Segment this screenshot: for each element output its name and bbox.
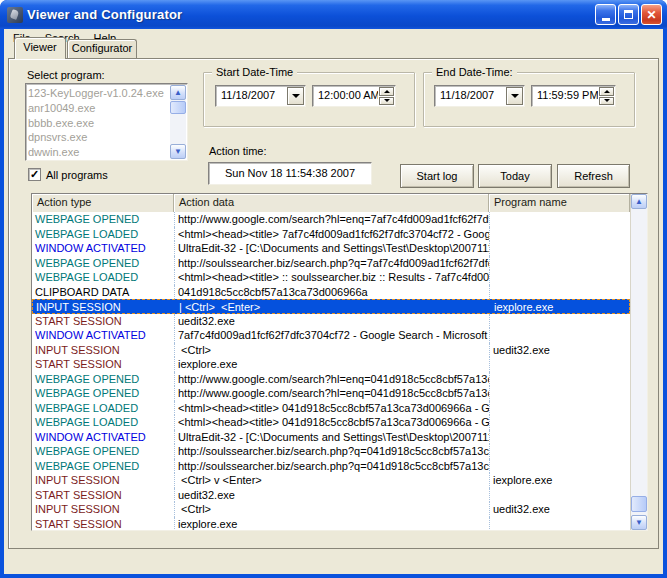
program-listbox[interactable]: 123-KeyLogger-v1.0.24.exeanr10049.exebbb… <box>25 83 188 161</box>
program-list-item[interactable]: anr10049.exe <box>28 101 170 116</box>
spin-down-icon <box>604 99 610 102</box>
table-row[interactable]: INPUT SESSION <Ctrl> v <Enter>iexplore.e… <box>32 473 630 488</box>
titlebar[interactable]: Viewer and Configurator ✕ <box>0 0 667 29</box>
start-date-value: 11/18/2007 <box>216 86 286 106</box>
viewer-tab-page: Select program: 123-KeyLogger-v1.0.24.ex… <box>8 58 659 549</box>
spin-up-button[interactable] <box>379 87 394 96</box>
today-button[interactable]: Today <box>478 164 552 188</box>
start-time-spinner[interactable]: 12:00:00 AM <box>312 85 396 107</box>
end-time-spinner[interactable]: 11:59:59 PM <box>531 85 616 107</box>
start-date-dropdown-button[interactable] <box>287 87 304 105</box>
table-row[interactable]: WEBPAGE LOADED<html><head><title> 041d91… <box>32 401 630 416</box>
spin-up-icon <box>384 90 390 93</box>
all-programs-checkbox[interactable]: ✓ <box>28 168 41 181</box>
close-icon: ✕ <box>646 8 656 22</box>
select-program-label: Select program: <box>27 69 105 81</box>
maximize-icon <box>624 10 633 19</box>
maximize-button[interactable] <box>618 4 639 25</box>
table-row[interactable]: INPUT SESSION| <Ctrl> <Enter>iexplore.ex… <box>32 299 630 314</box>
start-group-label: Start Date-Time <box>212 66 297 78</box>
start-log-button[interactable]: Start log <box>400 164 474 188</box>
spin-down-icon <box>384 99 390 102</box>
table-row[interactable]: WINDOW ACTIVATED7af7c4fd009ad1fcf62f7dfc… <box>32 328 630 343</box>
end-date-dropdown-button[interactable] <box>506 87 523 105</box>
end-time-value: 11:59:59 PM <box>532 86 598 106</box>
program-list-item[interactable]: dpnsvrs.exe <box>28 130 170 145</box>
program-list-item[interactable]: dwwin.exe <box>28 145 170 159</box>
table-row[interactable]: WINDOW ACTIVATEDUltraEdit-32 - [C:\Docum… <box>32 241 630 256</box>
spin-up-button[interactable] <box>599 87 614 96</box>
end-date-value: 11/18/2007 <box>435 86 505 106</box>
start-time-value: 12:00:00 AM <box>313 86 378 106</box>
spin-down-button[interactable] <box>599 97 614 106</box>
start-date-dropdown[interactable]: 11/18/2007 <box>215 85 306 107</box>
table-body: WEBPAGE OPENEDhttp://www.google.com/sear… <box>32 212 630 530</box>
table-row[interactable]: CLIPBOARD DATA041d918c5cc8cbf57a13ca73d0… <box>32 285 630 300</box>
app-icon <box>7 7 23 23</box>
minimize-button[interactable] <box>595 4 616 25</box>
scroll-down-icon[interactable]: ▼ <box>170 144 186 159</box>
table-row[interactable]: WEBPAGE OPENEDhttp://www.google.com/sear… <box>32 212 630 227</box>
app-window: Viewer and Configurator ✕ FileSearchHelp… <box>0 0 667 578</box>
table-scrollbar[interactable]: ▲ ▼ <box>630 194 647 530</box>
end-datetime-group: End Date-Time: 11/18/2007 11:59:59 PM <box>423 72 635 127</box>
tab-configurator[interactable]: Configurator <box>67 39 137 58</box>
table-row[interactable]: WINDOW ACTIVATEDUltraEdit-32 - [C:\Docum… <box>32 430 630 445</box>
chevron-down-icon <box>292 94 300 98</box>
table-row[interactable]: INPUT SESSION <Ctrl>uedit32.exe <box>32 502 630 517</box>
table-row[interactable]: START SESSIONiexplore.exe <box>32 517 630 531</box>
scroll-up-icon[interactable]: ▲ <box>170 85 186 100</box>
scroll-down-icon[interactable]: ▼ <box>631 515 647 530</box>
column-header-program-name[interactable]: Program name <box>489 194 630 212</box>
column-header-action-type[interactable]: Action type <box>32 194 174 212</box>
all-programs-label: All programs <box>46 169 108 181</box>
table-row[interactable]: WEBPAGE OPENEDhttp://soulssearcher.biz/s… <box>32 459 630 474</box>
table-row[interactable]: WEBPAGE OPENEDhttp://www.google.com/sear… <box>32 386 630 401</box>
start-datetime-group: Start Date-Time 11/18/2007 12:00:00 AM <box>203 72 415 127</box>
client-area: FileSearchHelp Viewer Configurator Selec… <box>4 29 663 574</box>
table-row[interactable]: WEBPAGE OPENEDhttp://soulssearcher.biz/s… <box>32 256 630 271</box>
checkmark-icon: ✓ <box>30 168 39 180</box>
window-title: Viewer and Configurator <box>27 7 182 22</box>
tab-viewer[interactable]: Viewer <box>14 37 66 59</box>
table-row[interactable]: WEBPAGE LOADED<html><head><title> 041d91… <box>32 415 630 430</box>
scroll-up-icon[interactable]: ▲ <box>631 194 647 209</box>
actions-table: Action type Action data Program name WEB… <box>31 193 648 531</box>
table-header: Action type Action data Program name <box>32 194 630 212</box>
refresh-button[interactable]: Refresh <box>557 164 630 188</box>
table-row[interactable]: START SESSIONuedit32.exe <box>32 314 630 329</box>
table-row[interactable]: START SESSIONuedit32.exe <box>32 488 630 503</box>
action-time-label: Action time: <box>209 145 266 157</box>
close-button[interactable]: ✕ <box>641 4 662 25</box>
end-group-label: End Date-Time: <box>432 66 517 78</box>
program-list-item[interactable]: 123-KeyLogger-v1.0.24.exe <box>28 86 170 101</box>
table-row[interactable]: WEBPAGE LOADED<html><head><title> :: sou… <box>32 270 630 285</box>
all-programs-checkbox-row[interactable]: ✓ All programs <box>28 168 108 181</box>
table-scroll-thumb[interactable] <box>631 496 647 512</box>
end-date-dropdown[interactable]: 11/18/2007 <box>434 85 525 107</box>
spin-down-button[interactable] <box>379 97 394 106</box>
table-row[interactable]: WEBPAGE LOADED<html><head><title> 7af7c4… <box>32 227 630 242</box>
listbox-scrollbar[interactable]: ▲ ▼ <box>170 85 186 159</box>
program-list-item[interactable]: bbbb.exe.exe <box>28 116 170 131</box>
action-time-field: Sun Nov 18 11:54:38 2007 <box>208 162 372 185</box>
minimize-icon <box>602 18 610 21</box>
table-row[interactable]: START SESSIONiexplore.exe <box>32 357 630 372</box>
chevron-down-icon <box>511 94 519 98</box>
table-row[interactable]: WEBPAGE OPENEDhttp://soulssearcher.biz/s… <box>32 444 630 459</box>
table-row[interactable]: WEBPAGE OPENEDhttp://www.google.com/sear… <box>32 372 630 387</box>
table-row[interactable]: INPUT SESSION <Ctrl>uedit32.exe <box>32 343 630 358</box>
spin-up-icon <box>604 90 610 93</box>
column-header-action-data[interactable]: Action data <box>174 194 489 212</box>
listbox-scroll-thumb[interactable] <box>170 101 186 114</box>
